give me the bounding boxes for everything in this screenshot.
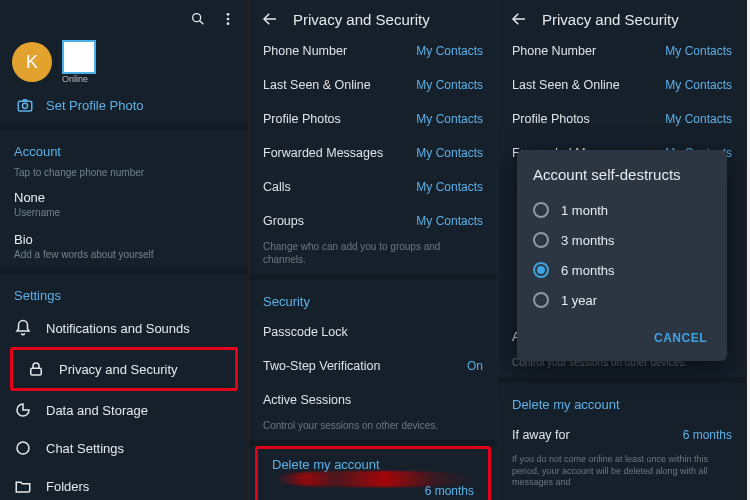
cancel-button[interactable]: CANCEL <box>650 325 711 351</box>
menu-folders[interactable]: Folders <box>0 467 248 500</box>
redaction-scribble <box>276 471 474 487</box>
row-sessions[interactable]: Active Sessions <box>249 383 497 417</box>
avatar[interactable]: K <box>12 42 52 82</box>
section-account: Account <box>0 130 248 165</box>
svg-point-6 <box>22 103 27 108</box>
set-profile-photo-label: Set Profile Photo <box>46 98 144 113</box>
radio-icon <box>533 202 549 218</box>
dialog-overlay[interactable]: Account self-destructs 1 month 3 months … <box>498 0 746 500</box>
bell-icon <box>14 319 32 337</box>
username-value: None <box>14 190 234 205</box>
row-calls[interactable]: CallsMy Contacts <box>249 170 497 204</box>
highlight-delete-account: Delete my account 6 months <box>255 446 491 500</box>
option-label: 1 year <box>561 293 597 308</box>
topbar <box>0 0 248 34</box>
svg-point-8 <box>17 442 29 454</box>
privacy-panel-with-dialog: Privacy and Security Phone NumberMy Cont… <box>498 0 747 500</box>
camera-icon <box>16 96 34 114</box>
page-title: Privacy and Security <box>293 11 485 28</box>
section-security: Security <box>249 280 497 315</box>
menu-chat-label: Chat Settings <box>46 441 124 456</box>
option-label: 3 months <box>561 233 614 248</box>
avatar-secondary[interactable] <box>62 40 96 74</box>
radio-icon <box>533 232 549 248</box>
menu-folders-label: Folders <box>46 479 89 494</box>
phone-hint[interactable]: Tap to change phone number <box>0 165 248 184</box>
svg-point-4 <box>227 22 230 25</box>
radio-icon <box>533 292 549 308</box>
svg-rect-7 <box>31 368 42 375</box>
groups-caption: Change who can add you to groups and cha… <box>249 238 497 274</box>
menu-privacy-label: Privacy and Security <box>59 362 178 377</box>
row-twostep[interactable]: Two-Step VerificationOn <box>249 349 497 383</box>
more-vertical-icon[interactable] <box>220 11 236 27</box>
profile-header: K Online <box>0 34 248 86</box>
menu-privacy[interactable]: Privacy and Security <box>13 350 235 388</box>
online-status: Online <box>62 74 96 84</box>
option-1-year[interactable]: 1 year <box>533 285 711 315</box>
menu-notifications-label: Notifications and Sounds <box>46 321 190 336</box>
bio-label: Bio <box>14 232 234 247</box>
svg-point-2 <box>227 13 230 16</box>
dialog-title: Account self-destructs <box>533 166 711 183</box>
search-icon[interactable] <box>190 11 206 27</box>
sessions-caption: Control your sessions on other devices. <box>249 417 497 440</box>
avatar-letter: K <box>26 52 38 73</box>
row-passcode[interactable]: Passcode Lock <box>249 315 497 349</box>
folder-icon <box>14 477 32 495</box>
settings-profile-panel: K Online Set Profile Photo Account Tap t… <box>0 0 249 500</box>
row-groups[interactable]: GroupsMy Contacts <box>249 204 497 238</box>
option-label: 6 months <box>561 263 614 278</box>
row-forwarded[interactable]: Forwarded MessagesMy Contacts <box>249 136 497 170</box>
option-1-month[interactable]: 1 month <box>533 195 711 225</box>
chat-icon <box>14 439 32 457</box>
back-icon[interactable] <box>261 10 279 28</box>
svg-line-1 <box>200 21 204 25</box>
privacy-panel: Privacy and Security Phone NumberMy Cont… <box>249 0 498 500</box>
row-photos[interactable]: Profile PhotosMy Contacts <box>249 102 497 136</box>
lock-icon <box>27 360 45 378</box>
section-settings: Settings <box>0 274 248 309</box>
menu-notifications[interactable]: Notifications and Sounds <box>0 309 248 347</box>
self-destruct-dialog: Account self-destructs 1 month 3 months … <box>517 150 727 361</box>
menu-chat[interactable]: Chat Settings <box>0 429 248 467</box>
row-phone[interactable]: Phone NumberMy Contacts <box>249 34 497 68</box>
option-label: 1 month <box>561 203 608 218</box>
set-profile-photo-button[interactable]: Set Profile Photo <box>0 86 248 124</box>
svg-point-3 <box>227 18 230 21</box>
menu-data-label: Data and Storage <box>46 403 148 418</box>
option-6-months[interactable]: 6 months <box>533 255 711 285</box>
radio-icon-selected <box>533 262 549 278</box>
data-icon <box>14 401 32 419</box>
menu-data[interactable]: Data and Storage <box>0 391 248 429</box>
row-lastseen[interactable]: Last Seen & OnlineMy Contacts <box>249 68 497 102</box>
bio-caption: Add a few words about yourself <box>14 249 234 260</box>
bio-item[interactable]: Bio Add a few words about yourself <box>0 226 248 268</box>
svg-point-0 <box>193 14 201 22</box>
highlight-privacy: Privacy and Security <box>10 347 238 391</box>
username-item[interactable]: None Username <box>0 184 248 226</box>
topbar: Privacy and Security <box>249 0 497 34</box>
option-3-months[interactable]: 3 months <box>533 225 711 255</box>
username-caption: Username <box>14 207 234 218</box>
